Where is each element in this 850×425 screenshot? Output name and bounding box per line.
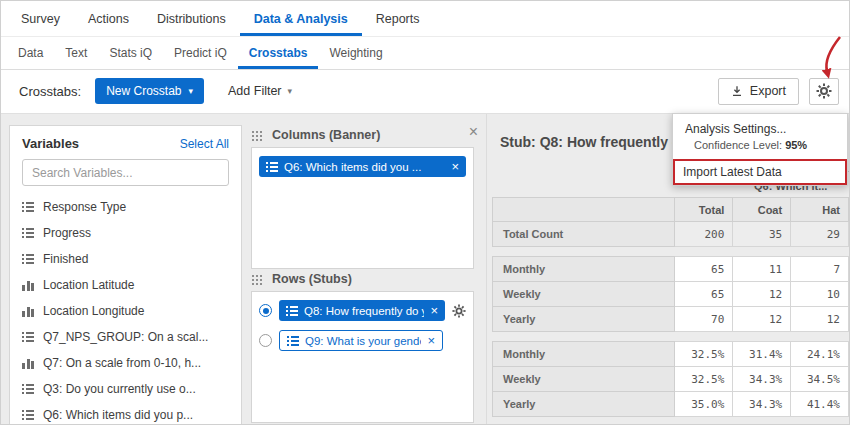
secondary-nav: Data Text Stats iQ Predict iQ Crosstabs …	[1, 37, 849, 70]
remove-icon[interactable]: ×	[451, 160, 459, 173]
add-filter-button[interactable]: Add Filter ▾	[228, 84, 292, 98]
cell-value: 200	[675, 222, 733, 247]
radio-unselected[interactable]	[259, 334, 272, 347]
variable-item[interactable]: Progress	[10, 220, 241, 246]
cell-value: 11	[733, 257, 791, 282]
columns-banner-title: Columns (Banner)	[272, 128, 380, 142]
variable-item[interactable]: Location Longitude	[10, 298, 241, 324]
variables-title: Variables	[22, 136, 79, 151]
row-label: Total Count	[493, 222, 675, 247]
new-crosstab-button[interactable]: New Crosstab ▾	[95, 78, 204, 104]
list-icon	[22, 410, 34, 420]
nav-reports[interactable]: Reports	[362, 1, 434, 36]
chip-label: Q6: Which items did you ...	[284, 161, 445, 173]
search-variables-input[interactable]	[22, 159, 229, 186]
export-label: Export	[750, 84, 786, 98]
cell-value: 10	[791, 282, 849, 307]
cell-value: 12	[791, 307, 849, 332]
menu-item-import-latest-data[interactable]: Import Latest Data	[673, 159, 847, 185]
column-header: Coat	[733, 198, 791, 222]
app-window: Survey Actions Distributions Data & Anal…	[0, 0, 850, 425]
cell-value: 65	[675, 257, 733, 282]
row-chip-q9[interactable]: Q9: What is your gender? ×	[279, 330, 443, 351]
cell-value: 12	[733, 282, 791, 307]
row-label: Monthly	[493, 257, 675, 282]
tab-predict-iq[interactable]: Predict iQ	[163, 37, 238, 69]
cell-value: 65	[675, 282, 733, 307]
settings-gear-button[interactable]	[809, 78, 839, 105]
cell-value: 35	[733, 222, 791, 247]
tab-weighting[interactable]: Weighting	[318, 37, 393, 69]
cell-value: 70	[675, 307, 733, 332]
tab-crosstabs[interactable]: Crosstabs	[238, 37, 319, 69]
rows-dropzone[interactable]: Q8: How frequently do y... ×	[251, 291, 474, 423]
stub-row: Q8: How frequently do y... ×	[259, 300, 466, 321]
column-header: Total	[675, 198, 733, 222]
stub-title: Stub: Q8: How frequently d	[500, 134, 680, 150]
chip-label: Q8: How frequently do y...	[304, 305, 424, 317]
nav-data-analysis[interactable]: Data & Analysis	[240, 1, 362, 36]
crosstab-table: Q6: Which it... Total Coat Hat Total Cou…	[492, 171, 849, 417]
table-row: Yearly 70 12 12	[493, 307, 849, 332]
nav-survey[interactable]: Survey	[7, 1, 74, 36]
variable-label: Progress	[43, 226, 91, 240]
table-row: Total Count 200 35 29	[493, 222, 849, 247]
columns-dropzone[interactable]: Q6: Which items did you ... ×	[251, 147, 474, 269]
row-chip-q8[interactable]: Q8: How frequently do y... ×	[279, 300, 445, 321]
nav-actions[interactable]: Actions	[74, 1, 143, 36]
variable-item[interactable]: Response Type	[10, 194, 241, 220]
table-row: Weekly 65 12 10	[493, 282, 849, 307]
variable-item[interactable]: Finished	[10, 246, 241, 272]
list-icon	[22, 254, 34, 264]
download-icon	[731, 85, 743, 97]
gear-icon	[816, 83, 832, 99]
gear-icon[interactable]	[452, 304, 466, 318]
cell-value: 34.3%	[733, 392, 791, 417]
settings-menu: Analysis Settings... Confidence Level: 9…	[672, 113, 848, 186]
variable-label: Location Longitude	[43, 304, 144, 318]
bar-chart-icon	[22, 306, 34, 317]
variable-label: Response Type	[43, 200, 126, 214]
list-icon	[286, 306, 298, 316]
list-icon	[22, 332, 34, 342]
variable-label: Q3: Do you currently use o...	[43, 382, 196, 396]
list-icon	[22, 202, 34, 212]
tab-text[interactable]: Text	[54, 37, 98, 69]
variable-label: Q6: Which items did you p...	[43, 408, 193, 422]
crosstabs-toolbar: Crosstabs: New Crosstab ▾ Add Filter ▾ E…	[1, 70, 849, 112]
chevron-down-icon: ▾	[288, 87, 293, 96]
row-label: Weekly	[493, 282, 675, 307]
crosstabs-label: Crosstabs:	[19, 84, 81, 99]
column-header: Hat	[791, 198, 849, 222]
column-chip-q6[interactable]: Q6: Which items did you ... ×	[259, 156, 466, 177]
export-button[interactable]: Export	[718, 78, 799, 105]
drag-handle-icon[interactable]	[252, 274, 263, 285]
variable-item[interactable]: Location Latitude	[10, 272, 241, 298]
list-icon	[22, 384, 34, 394]
remove-icon[interactable]: ×	[427, 334, 435, 347]
variable-item[interactable]: Q7: On a scale from 0-10, h...	[10, 350, 241, 376]
variable-label: Q7: On a scale from 0-10, h...	[43, 356, 201, 370]
import-latest-data-label: Import Latest Data	[683, 165, 782, 179]
variable-item[interactable]: Q3: Do you currently use o...	[10, 376, 241, 402]
radio-selected[interactable]	[259, 304, 272, 317]
variable-item[interactable]: Q6: Which items did you p...	[10, 402, 241, 425]
table-row: Monthly 32.5% 31.4% 24.1%	[493, 342, 849, 367]
tab-stats-iq[interactable]: Stats iQ	[98, 37, 163, 69]
confidence-label: Confidence Level:	[694, 139, 782, 151]
rows-stubs-title: Rows (Stubs)	[272, 272, 352, 286]
cell-value: 32.5%	[675, 342, 733, 367]
menu-item-analysis-settings[interactable]: Analysis Settings...	[673, 114, 847, 137]
variable-item[interactable]: Q7_NPS_GROUP: On a scal...	[10, 324, 241, 350]
tab-data[interactable]: Data	[7, 37, 54, 69]
close-icon[interactable]: ×	[469, 124, 478, 140]
drag-handle-icon[interactable]	[252, 130, 263, 141]
select-all-link[interactable]: Select All	[180, 137, 229, 151]
table-row: Weekly 32.5% 34.3% 34.5%	[493, 367, 849, 392]
table-row: Yearly 35.0% 34.3% 41.4%	[493, 392, 849, 417]
chevron-down-icon: ▾	[189, 87, 194, 96]
remove-icon[interactable]: ×	[430, 304, 438, 317]
nav-distributions[interactable]: Distributions	[143, 1, 240, 36]
cell-value: 7	[791, 257, 849, 282]
cell-value: 24.1%	[791, 342, 849, 367]
